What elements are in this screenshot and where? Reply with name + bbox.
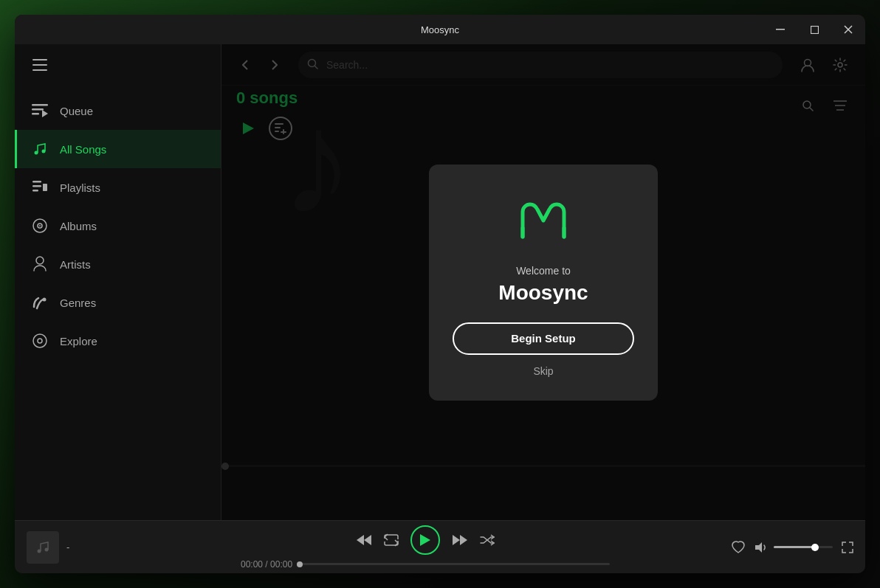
svg-rect-1 xyxy=(811,26,818,33)
playlists-icon xyxy=(32,179,48,196)
svg-rect-13 xyxy=(32,181,41,183)
svg-point-21 xyxy=(36,257,44,264)
progress-area: 00:00 / 00:00 xyxy=(241,559,610,570)
begin-setup-button[interactable]: Begin Setup xyxy=(453,322,634,355)
svg-marker-45 xyxy=(453,535,460,545)
svg-rect-15 xyxy=(32,190,38,192)
content-area: 0 songs xyxy=(221,44,865,520)
shuffle-button[interactable] xyxy=(480,533,495,547)
sidebar-header xyxy=(15,44,221,86)
window-controls xyxy=(763,15,865,44)
sidebar-item-all-songs-label: All Songs xyxy=(60,143,106,156)
svg-point-22 xyxy=(43,298,47,302)
track-thumbnail xyxy=(27,531,59,564)
svg-point-20 xyxy=(39,225,41,226)
favorite-button[interactable] xyxy=(731,541,746,554)
svg-marker-46 xyxy=(460,535,467,545)
modal-title: Moosync xyxy=(498,281,588,305)
svg-point-24 xyxy=(38,339,42,343)
svg-marker-44 xyxy=(420,534,430,546)
main-area: Queue All Songs xyxy=(15,44,865,520)
fast-forward-button[interactable] xyxy=(452,533,468,547)
svg-rect-5 xyxy=(32,64,47,66)
player-left: - xyxy=(27,531,115,564)
minimize-button[interactable] xyxy=(763,15,797,44)
sidebar-item-playlists-label: Playlists xyxy=(60,181,100,194)
svg-point-23 xyxy=(33,334,47,347)
sidebar-item-queue[interactable]: Queue xyxy=(15,91,221,130)
player-center: 00:00 / 00:00 xyxy=(115,525,735,570)
sidebar-item-albums-label: Albums xyxy=(60,220,97,232)
time-display: 00:00 / 00:00 xyxy=(241,559,292,570)
sidebar-item-genres-label: Genres xyxy=(60,297,96,309)
sidebar-item-playlists[interactable]: Playlists xyxy=(15,168,221,207)
volume-bar[interactable] xyxy=(774,546,833,548)
svg-rect-14 xyxy=(32,185,41,187)
sidebar-item-artists-label: Artists xyxy=(60,258,91,271)
svg-point-41 xyxy=(45,547,49,551)
track-name: - xyxy=(66,542,69,553)
svg-rect-6 xyxy=(32,69,47,71)
expand-button[interactable] xyxy=(842,542,853,553)
sidebar-item-queue-label: Queue xyxy=(60,105,93,117)
sidebar-item-genres[interactable]: Genres xyxy=(15,283,221,322)
explore-icon xyxy=(32,333,48,349)
close-button[interactable] xyxy=(831,15,865,44)
repeat-button[interactable] xyxy=(384,533,399,547)
volume-fill xyxy=(774,546,815,548)
app-window: Moosync xyxy=(15,15,865,573)
volume-dot xyxy=(811,544,819,551)
svg-point-40 xyxy=(38,549,41,553)
modal-overlay: Welcome to Moosync Begin Setup Skip xyxy=(221,44,865,520)
sidebar-item-artists[interactable]: Artists xyxy=(15,245,221,283)
volume-button[interactable] xyxy=(754,542,768,553)
progress-dot xyxy=(297,561,303,567)
player-controls xyxy=(356,525,495,555)
sidebar-item-explore-label: Explore xyxy=(60,335,97,347)
svg-rect-8 xyxy=(32,108,44,111)
hamburger-button[interactable] xyxy=(27,52,53,78)
player-bar: - 00:00 / 00:00 xyxy=(15,520,865,573)
modal-welcome-text: Welcome to xyxy=(516,265,571,277)
sidebar-item-albums[interactable]: Albums xyxy=(15,207,221,245)
queue-icon xyxy=(32,103,48,119)
svg-marker-10 xyxy=(42,110,48,117)
svg-rect-9 xyxy=(32,113,39,115)
nav-items: Queue All Songs xyxy=(15,86,221,520)
sidebar-item-explore[interactable]: Explore xyxy=(15,322,221,360)
music-icon xyxy=(32,141,48,157)
title-bar-text: Moosync xyxy=(421,24,459,35)
svg-rect-0 xyxy=(776,29,785,30)
sidebar-item-all-songs[interactable]: All Songs xyxy=(15,130,221,168)
maximize-button[interactable] xyxy=(797,15,831,44)
play-pause-button[interactable] xyxy=(410,525,440,555)
volume-container xyxy=(754,542,833,553)
svg-point-12 xyxy=(42,150,46,153)
sidebar: Queue All Songs xyxy=(15,44,221,520)
title-bar: Moosync xyxy=(15,15,865,44)
svg-rect-7 xyxy=(32,104,48,106)
svg-marker-43 xyxy=(364,535,371,545)
svg-marker-42 xyxy=(357,535,364,545)
svg-rect-4 xyxy=(32,59,47,60)
moosync-logo xyxy=(514,191,573,250)
player-right xyxy=(735,541,853,554)
svg-point-11 xyxy=(35,151,38,155)
progress-bar[interactable] xyxy=(300,563,610,565)
albums-icon xyxy=(32,218,48,234)
artists-icon xyxy=(32,256,48,272)
svg-marker-47 xyxy=(755,542,762,553)
welcome-modal: Welcome to Moosync Begin Setup Skip xyxy=(429,165,658,401)
rewind-button[interactable] xyxy=(356,533,372,547)
genres-icon xyxy=(32,294,48,311)
skip-button[interactable]: Skip xyxy=(533,365,553,377)
